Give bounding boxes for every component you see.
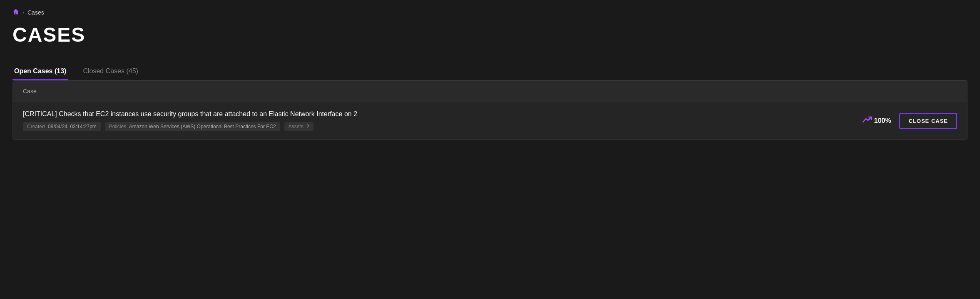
trend-percent: 100% <box>874 117 891 125</box>
case-title: [CRITICAL] Checks that EC2 instances use… <box>23 110 863 118</box>
tab-open-cases[interactable]: Open Cases (13) <box>12 63 68 80</box>
page-container: › Cases CASES Open Cases (13) Closed Cas… <box>0 0 980 149</box>
trend-indicator: 100% <box>863 116 891 126</box>
tabs-container: Open Cases (13) Closed Cases (45) <box>12 63 968 80</box>
created-value: 09/04/24, 03:14:27pm <box>48 124 97 130</box>
home-icon[interactable] <box>12 8 19 17</box>
close-case-button[interactable]: CLOSE CASE <box>899 113 957 129</box>
page-title: CASES <box>12 23 968 46</box>
row-left: [CRITICAL] Checks that EC2 instances use… <box>23 110 863 131</box>
trend-up-icon <box>863 116 872 126</box>
assets-label: Assets <box>289 124 303 130</box>
policies-badge: Policies Amazon Web Services (AWS) Opera… <box>105 122 280 131</box>
breadcrumb-current: Cases <box>27 9 44 16</box>
created-label: Created <box>27 124 45 130</box>
tab-closed-cases[interactable]: Closed Cases (45) <box>81 63 140 80</box>
policies-value: Amazon Web Services (AWS) Operational Be… <box>129 124 276 130</box>
case-meta: Created 09/04/24, 03:14:27pm Policies Am… <box>23 122 863 131</box>
table-header: Case <box>13 81 967 102</box>
table-row: [CRITICAL] Checks that EC2 instances use… <box>13 102 967 140</box>
assets-value: 2 <box>306 124 309 130</box>
breadcrumb-separator: › <box>22 10 24 15</box>
assets-badge: Assets 2 <box>284 122 313 131</box>
breadcrumb: › Cases <box>12 8 968 17</box>
cases-table: Case [CRITICAL] Checks that EC2 instance… <box>12 80 968 140</box>
table-header-label: Case <box>23 88 37 95</box>
row-right: 100% CLOSE CASE <box>863 113 957 129</box>
created-badge: Created 09/04/24, 03:14:27pm <box>23 122 101 131</box>
policies-label: Policies <box>109 124 126 130</box>
